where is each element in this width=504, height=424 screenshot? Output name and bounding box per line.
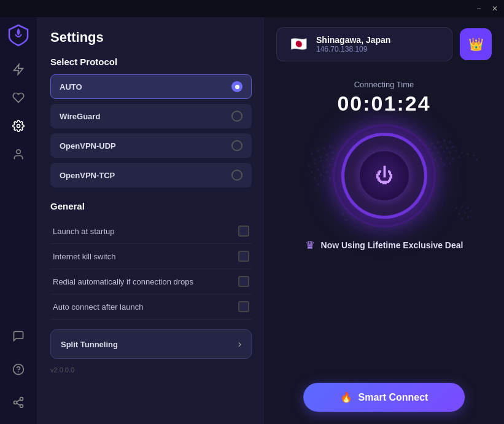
general-section: General Launch at startup Internet kill … (50, 201, 252, 320)
svg-point-85 (455, 207, 457, 210)
minimize-button[interactable]: − (475, 4, 483, 13)
nav-icon-help[interactable] (7, 358, 30, 381)
svg-point-26 (329, 163, 331, 166)
svg-point-11 (323, 147, 325, 149)
power-icon: ⏻ (375, 165, 394, 186)
svg-point-23 (311, 171, 313, 173)
protocol-list: AUTO WireGuard OpenVPN-UDP OpenVPN-TCP (50, 74, 252, 187)
split-tunneling-button[interactable]: Split Tunneling › (50, 329, 252, 359)
toggle-row-redial: Redial automatically if connection drops (50, 269, 252, 294)
radio-wireguard (231, 111, 242, 122)
nav-icon-quickconnect[interactable] (7, 58, 30, 81)
svg-point-61 (443, 139, 445, 142)
nav-icon-account[interactable] (7, 143, 30, 166)
app-logo (7, 23, 30, 47)
nav-icon-share[interactable] (7, 391, 30, 414)
svg-line-8 (17, 399, 20, 401)
power-button[interactable]: ⏻ (360, 151, 409, 200)
svg-point-87 (467, 207, 469, 210)
svg-point-79 (437, 165, 440, 167)
toggle-label-redial: Redial automatically if connection drops (53, 277, 193, 286)
svg-point-32 (317, 183, 319, 185)
svg-point-14 (320, 156, 322, 159)
svg-point-69 (437, 152, 440, 154)
toggle-row-auto-connect: Auto connect after launch (50, 294, 252, 320)
svg-point-73 (461, 152, 463, 154)
svg-point-17 (308, 165, 310, 167)
promo-bar: ♛ Now Using Lifetime Exclusive Deal (305, 238, 463, 252)
svg-point-78 (458, 156, 460, 159)
svg-point-9 (311, 153, 313, 155)
svg-point-62 (449, 141, 451, 143)
svg-point-0 (17, 125, 20, 128)
protocol-label-openvpn-tcp: OpenVPN-TCP (60, 171, 115, 180)
split-tunneling-label: Split Tunneling (61, 340, 118, 349)
svg-point-77 (452, 157, 454, 160)
settings-panel: Settings Select Protocol AUTO WireGuard … (37, 17, 264, 424)
right-panel: 🇯🇵 Shinagawa, Japan 146.70.138.109 👑 Con… (264, 17, 504, 424)
svg-point-70 (443, 151, 445, 153)
connecting-label: Connecting Time (354, 80, 414, 89)
toggle-row-kill-switch: Internet kill switch (50, 244, 252, 269)
toggle-label-launch-startup: Launch at startup (53, 227, 114, 236)
svg-point-86 (461, 206, 463, 208)
settings-title: Settings (50, 29, 252, 45)
svg-point-81 (449, 162, 451, 165)
svg-point-91 (461, 218, 463, 220)
server-ip: 146.70.138.109 (316, 45, 390, 53)
svg-point-67 (452, 146, 454, 148)
protocol-label-wireguard: WireGuard (60, 112, 100, 121)
promo-text: Now Using Lifetime Exclusive Deal (321, 240, 463, 250)
radio-openvpn-udp (231, 140, 242, 151)
svg-point-71 (449, 152, 451, 154)
toggle-redial[interactable] (238, 276, 249, 287)
svg-point-89 (464, 211, 467, 214)
general-section-title: General (50, 201, 252, 211)
svg-point-13 (314, 159, 316, 161)
smart-connect-button[interactable]: 🔥 Smart Connect (303, 383, 465, 412)
smart-connect-label: Smart Connect (359, 392, 428, 403)
nav-icon-favorites[interactable] (7, 86, 30, 109)
svg-line-7 (17, 403, 20, 405)
connecting-time: 00:01:24 (337, 92, 430, 116)
crown-icon: 👑 (468, 37, 484, 52)
svg-point-80 (443, 163, 445, 166)
promo-crown-icon: ♛ (305, 238, 315, 252)
protocol-item-openvpn-udp[interactable]: OpenVPN-UDP (50, 133, 252, 158)
svg-point-31 (331, 170, 334, 172)
titlebar: − ✕ (0, 0, 504, 17)
toggle-label-auto-connect: Auto connect after launch (53, 302, 143, 312)
right-top-bar: 🇯🇵 Shinagawa, Japan 146.70.138.109 👑 (264, 17, 504, 61)
toggle-kill-switch[interactable] (238, 251, 249, 262)
flame-icon: 🔥 (340, 391, 352, 403)
svg-point-88 (458, 213, 460, 215)
toggle-launch-startup[interactable] (238, 226, 249, 237)
svg-point-90 (470, 210, 472, 212)
svg-point-60 (437, 141, 440, 143)
svg-point-25 (323, 166, 325, 168)
svg-point-18 (314, 162, 316, 165)
version-label: v2.0.0.0 (50, 366, 252, 374)
server-info: Shinagawa, Japan 146.70.138.109 (316, 35, 390, 53)
svg-point-12 (329, 146, 331, 148)
svg-point-33 (323, 180, 325, 183)
protocol-item-auto[interactable]: AUTO (50, 74, 252, 99)
svg-point-72 (455, 150, 457, 152)
svg-point-82 (467, 153, 469, 155)
svg-point-1 (17, 150, 21, 154)
toggle-auto-connect[interactable] (238, 301, 249, 312)
svg-point-24 (317, 168, 319, 171)
protocol-label-openvpn-udp: OpenVPN-UDP (60, 141, 116, 151)
server-name: Shinagawa, Japan (316, 35, 390, 45)
protocol-section-title: Select Protocol (50, 57, 252, 67)
nav-icon-settings[interactable] (7, 114, 30, 138)
server-card[interactable]: 🇯🇵 Shinagawa, Japan 146.70.138.109 (276, 27, 452, 61)
protocol-item-wireguard[interactable]: WireGuard (50, 104, 252, 128)
protocol-item-openvpn-tcp[interactable]: OpenVPN-TCP (50, 163, 252, 187)
premium-button[interactable]: 👑 (460, 28, 492, 60)
protocol-label-auto: AUTO (60, 82, 82, 92)
server-flag: 🇯🇵 (288, 34, 309, 55)
svg-point-16 (331, 152, 334, 154)
nav-icon-chat[interactable] (7, 324, 30, 348)
close-button[interactable]: ✕ (490, 4, 499, 13)
